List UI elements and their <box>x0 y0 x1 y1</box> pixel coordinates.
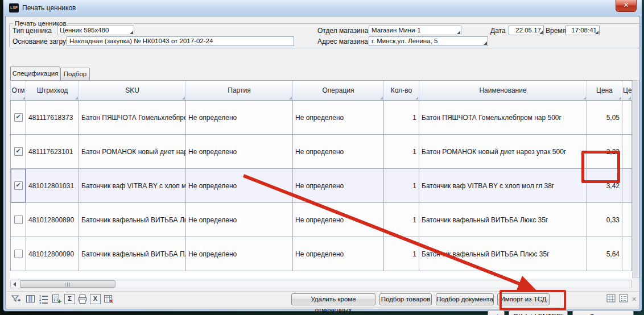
col-header-name[interactable]: Наименование <box>419 81 587 101</box>
batch-cell[interactable]: Не определено <box>186 237 293 271</box>
operation-cell[interactable]: Не определено <box>293 101 384 135</box>
address-label: Адрес магазина <box>317 36 368 47</box>
excel-export-icon[interactable]: X <box>90 294 101 304</box>
vscroll-thumb[interactable] <box>633 81 638 277</box>
batch-cell[interactable]: Не определено <box>186 135 293 169</box>
col-header-barcode[interactable]: Штрихкод <box>26 81 79 101</box>
import-tsd-button[interactable]: Импорт из ТСД <box>497 293 550 305</box>
col-header-price[interactable]: Цена <box>587 81 622 101</box>
vertical-scrollbar[interactable] <box>632 80 639 278</box>
numbered-list-icon[interactable]: 123 <box>38 293 49 305</box>
barcode-cell[interactable]: 481117618373 <box>26 101 79 135</box>
dept-combobox[interactable]: Магазин Мини-1 <box>369 26 461 35</box>
horizontal-scrollbar[interactable] <box>10 280 632 288</box>
price-cell[interactable]: 2,23 <box>587 135 622 169</box>
price-cell[interactable]: 5,64 <box>587 237 622 271</box>
scroll-grip-icon <box>65 283 71 287</box>
address-combobox[interactable]: г. Минск,ул. Ленина, 5 <box>369 36 488 46</box>
date-label: Дата <box>490 26 506 36</box>
type-combobox[interactable]: Ценник 595x480 <box>57 26 134 35</box>
price2-cell[interactable] <box>622 169 632 203</box>
pick-document-button[interactable]: Подбор документа <box>436 293 494 305</box>
row-checkbox[interactable] <box>14 215 23 224</box>
batch-cell[interactable]: Не определено <box>186 169 293 203</box>
hscroll-thumb[interactable] <box>20 280 115 288</box>
qty-cell[interactable]: 1 <box>384 135 419 169</box>
table-row[interactable]: 481012800890 Батончик вафельный ВИТЬБА Л… <box>11 203 632 237</box>
sku-cell[interactable]: Батон ПЯШЧОТА Гомельхлебпро... <box>79 101 186 135</box>
table-row[interactable]: ✔ 481117618373 Батон ПЯШЧОТА Гомельхлебп… <box>11 101 632 135</box>
barcode-cell[interactable]: 481012800090 <box>26 237 79 271</box>
table-row-selected[interactable]: ✔ 481012801031 Батончик ваф VITBA BY с х… <box>11 169 632 203</box>
column-settings-icon[interactable] <box>25 293 36 305</box>
row-checkbox[interactable]: ✔ <box>14 113 23 122</box>
spec-table: Отм Штрихкод SKU Партия Операция Кол-во … <box>10 81 632 271</box>
check-icon: ✔ <box>15 181 22 189</box>
qty-cell[interactable]: 1 <box>384 169 419 203</box>
batch-cell[interactable]: Не определено <box>186 203 293 237</box>
ok-button[interactable]: OK (ctrl ENTER) <box>509 310 568 315</box>
type-label: Тип ценника <box>13 26 52 36</box>
col-header-batch[interactable]: Партия <box>186 81 293 101</box>
name-cell[interactable]: Батон РОМАНОК новый диет нарез упак 500г <box>419 135 587 169</box>
sum-icon[interactable]: Σ <box>64 294 75 304</box>
time-field[interactable]: 17:08:41 <box>565 26 600 35</box>
price2-cell[interactable] <box>622 203 632 237</box>
basis-field[interactable]: Накладная (закупка) № НК01043 от 2017-02… <box>67 36 294 46</box>
operation-cell[interactable]: Не определено <box>293 135 384 169</box>
table-clear-icon[interactable] <box>103 293 114 305</box>
barcode-cell[interactable]: 481012801031 <box>26 169 79 203</box>
panel-close-icon[interactable]: ✕ <box>631 296 637 303</box>
sku-cell[interactable]: Батончик ваф VITBA BY с хлоп мо... <box>79 169 186 203</box>
table-row[interactable]: 481012800090 Батончик вафельный ВИТЬБА П… <box>11 237 632 271</box>
price2-cell[interactable] <box>622 237 632 271</box>
calculator-add-icon[interactable] <box>51 293 63 305</box>
filter-add-icon[interactable] <box>10 293 22 305</box>
tab-specification[interactable]: Спецификация <box>10 67 60 80</box>
details-view-icon[interactable] <box>619 294 628 305</box>
name-cell[interactable]: Батон ПЯШЧОТА Гомельхлебпром нар 500г <box>419 101 587 135</box>
col-header-operation[interactable]: Операция <box>293 81 384 101</box>
window-close-button[interactable]: ✕ <box>616 0 637 12</box>
sku-cell[interactable]: Батончик вафельный ВИТЬБА Лю... <box>79 203 186 237</box>
print-icon[interactable] <box>77 293 88 305</box>
barcode-cell[interactable]: 481117623101 <box>26 135 79 169</box>
table-row[interactable]: ✔ 481117623101 Батон РОМАНОК новый диет … <box>11 135 632 169</box>
price-cell[interactable]: 5,05 <box>587 101 622 135</box>
date-field[interactable]: 22.05.17 <box>509 26 544 35</box>
qty-cell[interactable]: 1 <box>384 101 419 135</box>
price2-cell[interactable] <box>622 101 632 135</box>
delete-except-checked-button[interactable]: Удалить кроме отмеченных <box>291 293 375 305</box>
pick-goods-button[interactable]: Подбор товаров <box>379 293 432 305</box>
tab-podbor[interactable]: Подбор <box>60 68 90 81</box>
col-header-qty[interactable]: Кол-во <box>384 81 419 101</box>
operation-cell[interactable]: Не определено <box>293 203 384 237</box>
row-checkbox[interactable] <box>14 250 23 258</box>
qty-cell[interactable]: 1 <box>384 237 419 271</box>
price-cell[interactable]: 3,42 <box>587 169 622 203</box>
batch-cell[interactable]: Не определено <box>186 101 293 135</box>
barcode-cell[interactable]: 481012800890 <box>26 203 79 237</box>
col-header-price2[interactable]: Цен <box>622 81 632 101</box>
title-bar[interactable]: LSF Печать ценников ✕ <box>3 0 642 16</box>
desktop: LSF Печать ценников ✕ Печать ценников Ти… <box>0 0 644 315</box>
operation-cell[interactable]: Не определено <box>293 237 384 271</box>
row-checkbox[interactable]: ✔ <box>14 147 23 156</box>
refresh-button[interactable]: ⇄ <box>488 310 505 315</box>
sku-cell[interactable]: Батон РОМАНОК новый диет нар... <box>79 135 186 169</box>
close-escape-button[interactable]: Закрыть (ESCAPE) <box>572 310 634 315</box>
name-cell[interactable]: Батончик ваф VITBA BY с хлоп мол гл 38г <box>419 169 587 203</box>
grid-view-icon[interactable] <box>606 294 616 305</box>
scroll-left-arrow-icon[interactable] <box>11 280 19 288</box>
name-cell[interactable]: Батончик вафельный ВИТЬБА Люкс 35г <box>419 203 587 237</box>
operation-cell[interactable]: Не определено <box>293 169 384 203</box>
row-checkbox[interactable]: ✔ <box>14 181 23 190</box>
name-cell[interactable]: Батончик вафельный ВИТЬБА Плюс 35г <box>419 237 587 271</box>
price2-cell[interactable] <box>622 135 632 169</box>
sku-cell[interactable]: Батончик вафельный ВИТЬБА Пл... <box>79 237 186 271</box>
col-header-sku[interactable]: SKU <box>79 81 186 101</box>
col-header-check[interactable]: Отм <box>11 81 26 101</box>
price-cell[interactable]: 0,33 <box>587 203 622 237</box>
svg-text:3: 3 <box>39 301 42 305</box>
qty-cell[interactable]: 1 <box>384 203 419 237</box>
